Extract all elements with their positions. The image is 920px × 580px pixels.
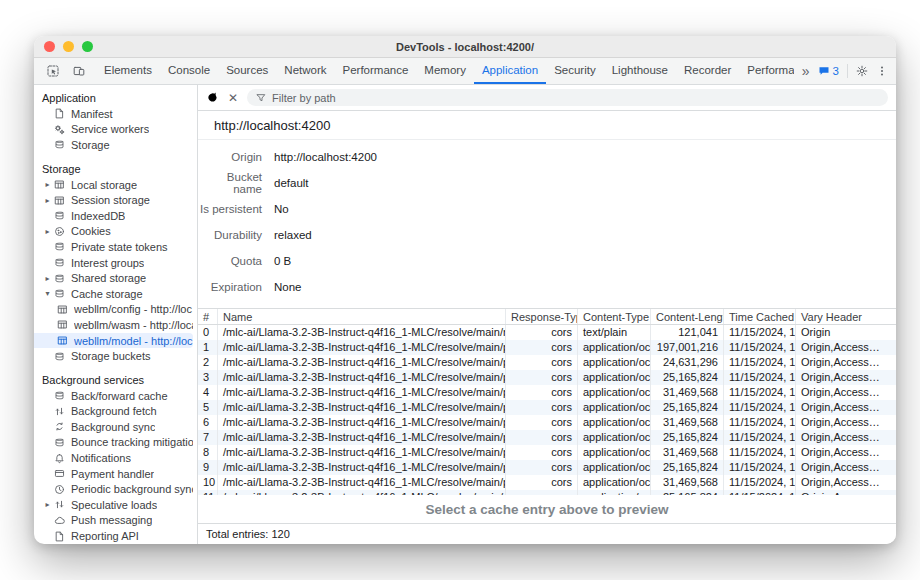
column-header-name[interactable]: Name [218, 309, 506, 324]
sidebar-item-webllm-model-http-loc[interactable]: webllm/model - http://loc… [34, 333, 193, 349]
up-down-arrows-icon [53, 406, 66, 417]
table-row[interactable]: 7/mlc-ai/Llama-3.2-3B-Instruct-q4f16_1-M… [198, 430, 896, 445]
cell-vary-header: Origin,Access… [796, 475, 896, 490]
tab-sources[interactable]: Sources [218, 58, 276, 84]
cell-time-cached: 11/15/2024, 10… [724, 355, 796, 370]
close-window-button[interactable] [44, 41, 55, 52]
tab-label: Performance insights [747, 64, 794, 76]
close-icon[interactable]: ✕ [228, 92, 238, 104]
cloud-icon [53, 515, 66, 526]
chevron-right-icon[interactable]: ▸ [42, 227, 53, 236]
chevron-right-icon[interactable]: ▸ [42, 274, 53, 283]
sidebar-item-webllm-config-http-loc[interactable]: webllm/config - http://loc… [34, 302, 193, 318]
cell-response-type: cors [506, 385, 578, 400]
cell-time-cached: 11/15/2024, 10… [724, 415, 796, 430]
device-toolbar-button[interactable] [68, 61, 90, 81]
table-row[interactable]: 1/mlc-ai/Llama-3.2-3B-Instruct-q4f16_1-M… [198, 340, 896, 355]
zoom-window-button[interactable] [82, 41, 93, 52]
sidebar-item-label: Storage buckets [71, 350, 151, 362]
cell-content-type: application/oc… [578, 340, 651, 355]
sidebar-item-label: Service workers [71, 123, 149, 135]
column-header-content-type[interactable]: Content-Type [578, 309, 651, 324]
inspect-button[interactable] [42, 61, 64, 81]
column-header-vary-header[interactable]: Vary Header [796, 309, 896, 324]
chevron-right-icon[interactable]: ▸ [42, 500, 53, 509]
chevron-right-icon[interactable]: ▸ [42, 196, 53, 205]
column-header-content-length[interactable]: Content-Length [651, 309, 724, 324]
cell-content-type: application/oc… [578, 415, 651, 430]
gear-icon[interactable] [856, 65, 868, 77]
cell-name: /mlc-ai/Llama-3.2-3B-Instruct-q4f16_1-ML… [218, 475, 506, 490]
cell-content-length: 31,469,568 [651, 385, 724, 400]
sidebar-item-push-messaging[interactable]: Push messaging [34, 513, 193, 529]
cell-content-type: application/oc… [578, 355, 651, 370]
table-row[interactable]: 5/mlc-ai/Llama-3.2-3B-Instruct-q4f16_1-M… [198, 400, 896, 415]
table-row[interactable]: 0/mlc-ai/Llama-3.2-3B-Instruct-q4f16_1-M… [198, 325, 896, 340]
sidebar-item-speculative-loads[interactable]: ▸Speculative loads [34, 497, 193, 513]
filter-input[interactable]: Filter by path [247, 89, 888, 106]
cell-time-cached: 11/15/2024, 10… [724, 400, 796, 415]
sidebar-item-service-workers[interactable]: Service workers [34, 122, 193, 138]
sidebar-item-shared-storage[interactable]: ▸Shared storage [34, 270, 193, 286]
tab-recorder[interactable]: Recorder [676, 58, 739, 84]
table-row[interactable]: 8/mlc-ai/Llama-3.2-3B-Instruct-q4f16_1-M… [198, 445, 896, 460]
window-titlebar[interactable]: DevTools - localhost:4200/ [34, 36, 896, 58]
minimize-window-button[interactable] [63, 41, 74, 52]
sidebar-item-label: webllm/config - http://loc… [74, 303, 193, 315]
tab-performance[interactable]: Performance [335, 58, 417, 84]
column-header-response-type[interactable]: Response-Type [506, 309, 578, 324]
sidebar-section-background-services: Background servicesBack/forward cacheBac… [34, 372, 197, 544]
document-icon [53, 108, 66, 119]
sidebar-section-storage: Storage▸Local storage▸Session storageInd… [34, 161, 197, 364]
more-tabs-button[interactable]: » [802, 64, 810, 78]
issues-count: 3 [833, 65, 839, 77]
tab-console[interactable]: Console [160, 58, 218, 84]
issues-button[interactable]: 3 [818, 65, 839, 77]
tab-elements[interactable]: Elements [96, 58, 160, 84]
refresh-icon[interactable] [206, 91, 219, 104]
table-row[interactable]: 9/mlc-ai/Llama-3.2-3B-Instruct-q4f16_1-M… [198, 460, 896, 475]
cell-: 1 [198, 340, 218, 355]
chevron-right-icon[interactable]: ▸ [42, 180, 53, 189]
cell-content-type: application/oc… [578, 445, 651, 460]
cell-vary-header: Origin,Access… [796, 460, 896, 475]
sidebar-item-bounce-tracking-mitigations[interactable]: Bounce tracking mitigations [34, 435, 193, 451]
tab-performance-insights[interactable]: Performance insights [739, 58, 794, 84]
tab-security[interactable]: Security [546, 58, 604, 84]
sidebar-item-interest-groups[interactable]: Interest groups [34, 255, 193, 271]
column-header-[interactable]: # [198, 309, 218, 324]
tab-application[interactable]: Application [474, 58, 546, 84]
cell-content-type: text/plain [578, 325, 651, 340]
sidebar-item-periodic-background-sync[interactable]: Periodic background sync [34, 481, 193, 497]
sidebar-item-storage-buckets[interactable]: Storage buckets [34, 348, 193, 364]
column-header-time-cached[interactable]: Time Cached [724, 309, 796, 324]
sidebar-item-cache-storage[interactable]: ▾Cache storage [34, 286, 193, 302]
sidebar-item-payment-handler[interactable]: Payment handler [34, 466, 193, 482]
sidebar-item-webllm-wasm-http-loca[interactable]: webllm/wasm - http://loca… [34, 317, 193, 333]
sidebar-item-session-storage[interactable]: ▸Session storage [34, 192, 193, 208]
sidebar-item-background-fetch[interactable]: Background fetch [34, 404, 193, 420]
cell-response-type: cors [506, 460, 578, 475]
chevron-down-icon[interactable]: ▾ [42, 289, 53, 298]
sidebar-item-manifest[interactable]: Manifest [34, 106, 193, 122]
sidebar-item-cookies[interactable]: ▸Cookies [34, 224, 193, 240]
tab-memory[interactable]: Memory [416, 58, 474, 84]
total-entries-label: Total entries: 120 [206, 528, 290, 540]
sidebar-item-notifications[interactable]: Notifications [34, 450, 193, 466]
table-row[interactable]: 2/mlc-ai/Llama-3.2-3B-Instruct-q4f16_1-M… [198, 355, 896, 370]
table-row[interactable]: 6/mlc-ai/Llama-3.2-3B-Instruct-q4f16_1-M… [198, 415, 896, 430]
tab-network[interactable]: Network [276, 58, 334, 84]
kebab-menu-icon[interactable] [876, 65, 888, 77]
tab-lighthouse[interactable]: Lighthouse [604, 58, 676, 84]
sidebar-item-private-state-tokens[interactable]: Private state tokens [34, 239, 193, 255]
sidebar-item-storage[interactable]: Storage [34, 137, 193, 153]
sidebar-item-background-sync[interactable]: Background sync [34, 419, 193, 435]
sidebar-item-local-storage[interactable]: ▸Local storage [34, 177, 193, 193]
sidebar-item-reporting-api[interactable]: Reporting API [34, 528, 193, 544]
sidebar-item-indexeddb[interactable]: IndexedDB [34, 208, 193, 224]
sidebar-item-back-forward-cache[interactable]: Back/forward cache [34, 388, 193, 404]
table-row[interactable]: 10/mlc-ai/Llama-3.2-3B-Instruct-q4f16_1-… [198, 475, 896, 490]
table-row[interactable]: 3/mlc-ai/Llama-3.2-3B-Instruct-q4f16_1-M… [198, 370, 896, 385]
meta-value: http://localhost:4200 [274, 151, 377, 163]
table-row[interactable]: 4/mlc-ai/Llama-3.2-3B-Instruct-q4f16_1-M… [198, 385, 896, 400]
